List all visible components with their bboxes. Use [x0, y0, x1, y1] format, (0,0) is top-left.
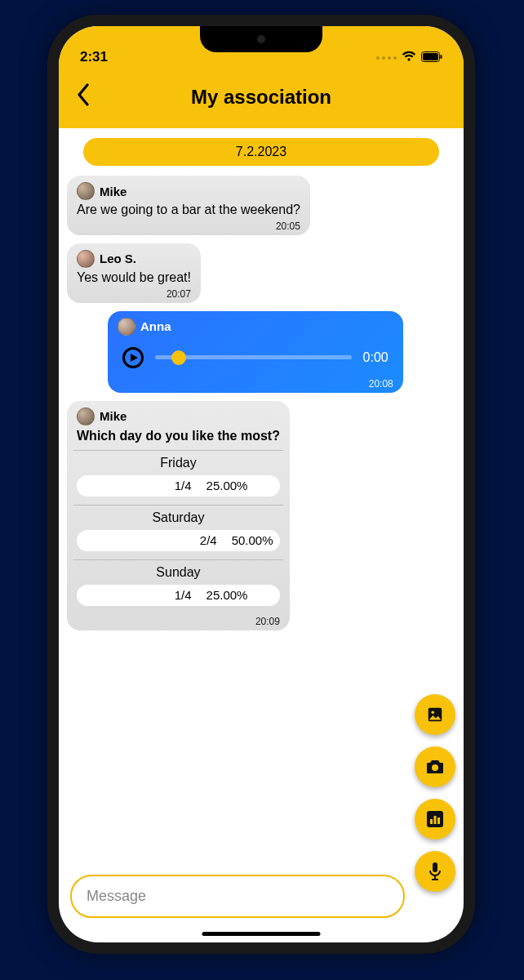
message-time: 20:07: [77, 288, 191, 300]
camera-icon: [425, 758, 445, 776]
bar-chart-icon: [427, 811, 443, 827]
poll-bubble[interactable]: Mike Which day do you like the most? Fri…: [67, 401, 290, 630]
poll-option-label: Sunday: [77, 565, 280, 580]
back-button[interactable]: [69, 83, 98, 110]
audio-knob[interactable]: [171, 350, 186, 365]
message-text: Are we going to a bar at the weekend?: [77, 202, 300, 219]
poll-button[interactable]: [415, 799, 455, 840]
chevron-left-icon: [76, 83, 91, 106]
svg-rect-10: [433, 862, 437, 872]
message-bubble[interactable]: Leo S. Yes would be great! 20:07: [67, 243, 201, 303]
poll-option[interactable]: Sunday 1/4 25.00%: [77, 560, 280, 614]
gallery-button[interactable]: [415, 694, 455, 735]
poll-bar: 1/4 25.00%: [77, 585, 280, 606]
sender-name: Anna: [140, 319, 171, 333]
svg-rect-1: [423, 53, 438, 60]
svg-rect-7: [430, 819, 433, 824]
poll-count: 1/4: [175, 479, 192, 492]
play-button[interactable]: [122, 347, 144, 368]
audio-message-bubble[interactable]: Anna 0:00 20:08: [108, 311, 403, 393]
message-input[interactable]: Message: [70, 875, 405, 918]
chat-scroll[interactable]: 7.2.2023 Mike Are we going to a bar at t…: [59, 128, 464, 866]
svg-rect-2: [441, 55, 442, 59]
poll-percent: 50.00%: [232, 533, 273, 547]
phone-frame: 2:31 My association 7.2.2023: [47, 15, 475, 954]
image-icon: [426, 706, 444, 724]
poll-bar: 1/4 25.00%: [77, 475, 280, 497]
poll-percent: 25.00%: [206, 588, 248, 602]
avatar: [77, 408, 95, 425]
message-placeholder: Message: [87, 888, 146, 904]
date-separator: 7.2.2023: [83, 138, 439, 166]
status-icons: [376, 51, 442, 65]
svg-rect-9: [437, 817, 440, 824]
poll-question: Which day do you like the most?: [77, 429, 280, 443]
page-title: My association: [59, 86, 464, 109]
header: My association: [59, 69, 464, 128]
sender-name: Mike: [100, 185, 127, 198]
poll-bar: 2/4 50.00%: [77, 530, 280, 551]
audio-track[interactable]: [155, 355, 352, 359]
message-text: Yes would be great!: [77, 270, 191, 287]
fab-column: [415, 694, 455, 892]
poll-option-label: Saturday: [77, 510, 280, 525]
status-time: 2:31: [80, 49, 108, 65]
poll-count: 2/4: [200, 533, 217, 547]
message-time: 20:05: [77, 220, 300, 232]
message-bubble[interactable]: Mike Are we going to a bar at the weeken…: [67, 176, 310, 235]
poll-option-label: Friday: [77, 456, 280, 470]
voice-button[interactable]: [415, 851, 455, 892]
poll-option[interactable]: Friday 1/4 25.00%: [77, 451, 280, 505]
sender-name: Mike: [100, 409, 127, 423]
poll-percent: 25.00%: [206, 479, 248, 492]
dots-icon: [376, 56, 397, 60]
wifi-icon: [402, 51, 416, 65]
svg-rect-8: [434, 816, 437, 824]
poll-option[interactable]: Saturday 2/4 50.00%: [77, 506, 280, 559]
camera-button[interactable]: [415, 746, 455, 787]
battery-icon: [421, 51, 442, 65]
avatar: [118, 318, 135, 336]
message-time: 20:08: [118, 378, 393, 390]
audio-elapsed: 0:00: [363, 350, 389, 365]
phone-screen: 2:31 My association 7.2.2023: [59, 26, 464, 942]
sender-name: Leo S.: [100, 252, 136, 265]
poll-count: 1/4: [175, 588, 192, 602]
message-time: 20:09: [77, 616, 280, 627]
home-indicator: [202, 932, 321, 936]
svg-point-5: [432, 764, 438, 771]
avatar: [77, 182, 95, 200]
svg-point-4: [431, 710, 434, 714]
microphone-icon: [429, 862, 442, 881]
notch: [200, 26, 322, 52]
avatar: [77, 250, 95, 268]
